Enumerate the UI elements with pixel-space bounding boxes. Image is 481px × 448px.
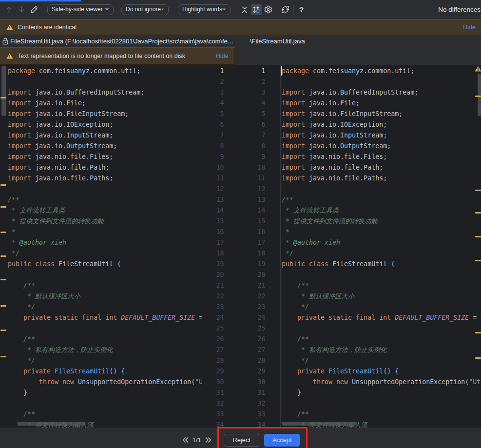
code-token: java.io.InputStream; [309, 132, 387, 139]
swap-sides-icon [281, 5, 289, 14]
highlight-policy-label: Highlight words [182, 6, 222, 13]
hide-banner-link[interactable]: Hide [216, 53, 229, 59]
code-token: package [8, 67, 39, 75]
diff-editors: package com.feisuanyz.common.util;import… [0, 65, 481, 428]
warning-stripe-mark[interactable] [0, 255, 6, 257]
code-token: java.nio.file.Paths; [309, 175, 387, 182]
code-line: /** [0, 334, 202, 345]
code-token: java.nio.file.Path; [309, 164, 383, 171]
warning-stripe-mark[interactable] [0, 206, 6, 208]
warning-stripe-mark[interactable] [475, 96, 481, 97]
help-button[interactable]: ? [295, 3, 308, 16]
banner-text: Text representation is no longer mapped … [18, 53, 185, 59]
right-horizontal-scrollbar[interactable] [282, 422, 357, 426]
code-line: import java.io.OutputStream; [282, 141, 481, 152]
line-number: 30 [202, 377, 224, 388]
line-number: 11 [202, 173, 224, 184]
previous-change-chevrons-icon[interactable] [182, 437, 189, 443]
code-line: */ [0, 355, 202, 366]
line-number: 22 [202, 291, 224, 302]
ignore-policy-dropdown[interactable]: Do not ignore [121, 4, 169, 15]
collapse-unchanged-button[interactable] [238, 3, 251, 16]
code-token: import [8, 132, 35, 139]
code-line: private static final int DEFAULT_BUFFER_… [0, 312, 202, 323]
left-vertical-scrollbar[interactable] [1, 66, 6, 116]
code-token: */ [282, 357, 309, 364]
code-token: import [282, 132, 309, 139]
file-path-row: FileStreamUtil.java (F:\localhost\test02… [0, 35, 481, 47]
gutter-separator [202, 65, 202, 428]
line-number: 33 [202, 409, 224, 420]
code-line: import java.nio.file.Files; [282, 152, 481, 162]
text-representation-banner: Text representation is no longer mapped … [0, 47, 235, 65]
code-line [0, 184, 202, 195]
code-token: com.feisuanyz.common.util; [39, 67, 140, 75]
code-token: java.nio.file.Paths; [35, 175, 113, 182]
edit-button[interactable] [28, 3, 40, 16]
line-number: 2 [244, 77, 266, 87]
warning-stripe-mark[interactable] [475, 190, 481, 191]
line-number: 20 [244, 270, 266, 280]
left-editor[interactable]: package com.feisuanyz.common.util;import… [0, 65, 202, 428]
code-token: package [282, 67, 313, 75]
code-token: * [282, 228, 289, 235]
warning-stripe-mark[interactable] [475, 332, 481, 333]
warning-stripe-mark[interactable] [0, 330, 6, 331]
swap-sides-button[interactable] [279, 3, 292, 16]
code-token: () { [383, 368, 399, 375]
left-horizontal-scrollbar[interactable] [17, 422, 85, 426]
viewer-mode-dropdown[interactable]: Side-by-side viewer [47, 4, 114, 15]
line-number: 28 [244, 355, 266, 366]
code-token: com.feisuanyz.common.util; [313, 67, 414, 75]
code-token: throw new [282, 378, 352, 386]
code-token: * [282, 239, 293, 246]
line-number: 4 [202, 98, 224, 109]
code-line: import java.io.BufferedInputStream; [0, 87, 202, 98]
warning-stripe-mark[interactable] [0, 97, 6, 98]
next-change-chevrons-icon[interactable] [205, 437, 212, 443]
line-number: 24 [202, 312, 224, 323]
warning-stripe-mark[interactable] [475, 236, 481, 237]
inspection-warning-icon[interactable] [475, 66, 481, 72]
warning-stripe-mark[interactable] [475, 260, 481, 261]
code-line: * @author xieh [0, 237, 202, 248]
warning-stripe-mark[interactable] [0, 356, 6, 357]
warning-stripe-mark[interactable] [0, 232, 6, 233]
previous-difference-button[interactable] [2, 3, 15, 16]
code-line: public class FileStreamUtil { [282, 259, 481, 270]
code-token: java.io.IOException; [309, 121, 387, 128]
accept-button[interactable]: Accept [264, 434, 300, 447]
code-line: package com.feisuanyz.common.util; [0, 66, 202, 77]
code-token: java.nio.file.Files; [309, 153, 387, 160]
warning-stripe-mark[interactable] [0, 279, 6, 280]
toolbar-separator [293, 5, 294, 15]
code-line: throw new UnsupportedOperationException(… [282, 377, 481, 388]
right-file-path: \FileStreamUtil.java [250, 38, 305, 45]
warning-stripe-mark[interactable] [0, 184, 6, 186]
code-token: /** [282, 410, 309, 418]
code-token: * 私有构造方法，防止实例化 [8, 346, 113, 353]
diff-bottom-bar: 1/1 Reject Accept [0, 428, 481, 448]
reject-button[interactable]: Reject [224, 434, 259, 447]
code-token: private static final int [282, 314, 395, 321]
highlight-policy-dropdown[interactable]: Highlight words [178, 4, 231, 15]
code-token: * 默认缓冲区大小 [8, 292, 80, 300]
right-editor[interactable]: package com.feisuanyz.common.util;import… [282, 65, 481, 428]
chevron-down-icon [161, 8, 164, 11]
code-token: * 提供文件到文件流的转换功能 [282, 217, 378, 225]
warning-stripe-mark[interactable] [0, 305, 6, 307]
code-token: public class [282, 260, 332, 268]
right-vertical-scrollbar[interactable] [478, 74, 481, 116]
warning-stripe-mark[interactable] [475, 357, 481, 359]
code-line: * 文件流转工具类 [282, 205, 481, 216]
warning-stripe-mark[interactable] [475, 212, 481, 214]
next-difference-button[interactable] [15, 3, 28, 16]
diff-settings-button[interactable] [262, 3, 275, 16]
code-token: /** [8, 282, 35, 289]
code-token: * 文件流转工具类 [282, 207, 339, 214]
viewer-mode-label: Side-by-side viewer [52, 6, 103, 13]
synchronize-scrolling-button[interactable] [251, 4, 262, 15]
code-token: java.io.FileInputStream; [309, 110, 403, 117]
hide-banner-link[interactable]: Hide [463, 24, 476, 31]
code-token: /** [282, 335, 309, 343]
